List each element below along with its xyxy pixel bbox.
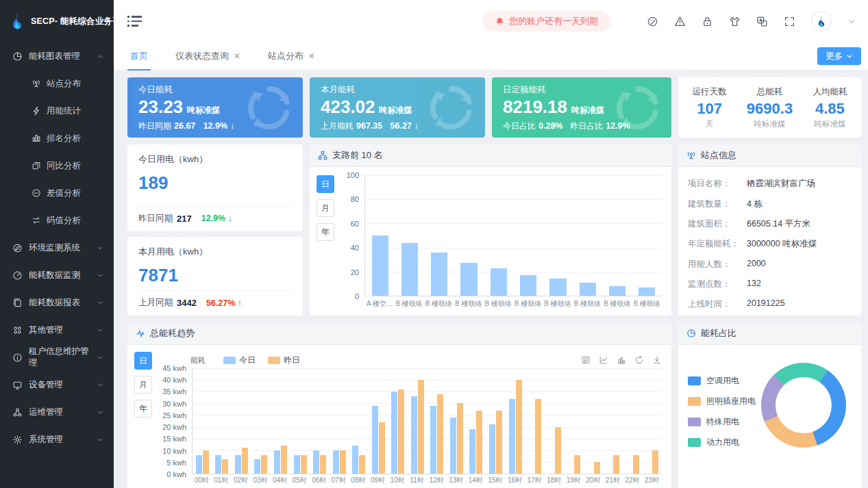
trend-bar-昨日-23[interactable] bbox=[652, 450, 658, 474]
sidebar-item-2[interactable]: 能耗数据监测 bbox=[0, 261, 114, 289]
trend-bar-今日-7[interactable] bbox=[333, 450, 339, 474]
branch-bar-chart[interactable] bbox=[364, 175, 662, 296]
language-icon[interactable] bbox=[756, 16, 768, 27]
trend-bar-昨日-11[interactable] bbox=[418, 380, 424, 474]
linechart-icon[interactable] bbox=[599, 355, 608, 365]
trend-bar-今日-6[interactable] bbox=[313, 450, 319, 474]
chevron-down-icon[interactable] bbox=[847, 17, 856, 25]
close-icon[interactable]: ✕ bbox=[308, 51, 315, 61]
kpi-card-daily-quota-energy[interactable]: 日定额能耗 8219.18吨标准煤 今日占比0.28% 昨日占比12.9% bbox=[492, 77, 671, 138]
trend-bar-今日-9[interactable] bbox=[372, 406, 378, 474]
branch-bar-3[interactable] bbox=[460, 263, 477, 296]
sidebar-subitem-0-3[interactable]: 同比分析 bbox=[0, 152, 114, 179]
trend-bar-今日-8[interactable] bbox=[352, 446, 358, 474]
trend-bar-今日-13[interactable] bbox=[450, 418, 456, 474]
refresh-icon[interactable] bbox=[634, 355, 644, 365]
sidebar-item-3[interactable]: 能耗数据报表 bbox=[0, 289, 114, 316]
trend-bar-今日-2[interactable] bbox=[235, 455, 241, 474]
tab-2[interactable]: 站点分布✕ bbox=[268, 42, 315, 70]
trend-bar-昨日-15[interactable] bbox=[496, 411, 502, 474]
trend-bar-昨日-14[interactable] bbox=[476, 411, 482, 474]
trend-bar-今日-16[interactable] bbox=[509, 399, 515, 474]
trend-bar-昨日-20[interactable] bbox=[594, 462, 600, 474]
sidebar-subitem-0-5[interactable]: 码值分析 bbox=[0, 207, 114, 234]
period-toggle-月[interactable]: 月 bbox=[317, 199, 334, 217]
trend-bar-昨日-7[interactable] bbox=[340, 450, 346, 474]
sidebar-subitem-0-4[interactable]: 差值分析 bbox=[0, 179, 114, 207]
pie-legend-动力用电[interactable]: 动力用电 bbox=[688, 437, 756, 448]
kpi-card-today-energy[interactable]: 今日能耗 23.23吨标准煤 昨日同期26.67 12.9%↓ bbox=[127, 77, 303, 138]
trend-bar-今日-4[interactable] bbox=[274, 450, 280, 474]
trend-bar-昨日-4[interactable] bbox=[281, 446, 287, 474]
sidebar-subitem-0-0[interactable]: 站点分布 bbox=[0, 70, 114, 97]
trend-bar-昨日-9[interactable] bbox=[379, 422, 385, 474]
branch-bar-8[interactable] bbox=[609, 286, 625, 296]
branch-bar-7[interactable] bbox=[580, 283, 596, 296]
trend-bar-昨日-17[interactable] bbox=[535, 399, 541, 474]
pie-legend-照明插座用电[interactable]: 照明插座用电 bbox=[688, 396, 756, 407]
warning-icon[interactable] bbox=[674, 16, 686, 27]
lock-icon[interactable] bbox=[702, 16, 713, 27]
sidebar-item-1[interactable]: 环境监测系统 bbox=[0, 234, 114, 261]
trend-bar-昨日-5[interactable] bbox=[301, 455, 307, 474]
pie-legend-特殊用电[interactable]: 特殊用电 bbox=[688, 416, 756, 428]
close-icon[interactable]: ✕ bbox=[234, 51, 240, 61]
sidebar-item-6[interactable]: 设备管理 bbox=[0, 371, 114, 398]
branch-bar-0[interactable] bbox=[372, 235, 388, 296]
period-toggle-日[interactable]: 日 bbox=[317, 175, 334, 193]
account-expiry-alert[interactable]: 您的账户还有一天到期 bbox=[483, 11, 610, 31]
branch-bar-5[interactable] bbox=[520, 275, 536, 296]
dataview-icon[interactable] bbox=[581, 355, 591, 365]
trend-bar-今日-12[interactable] bbox=[430, 406, 436, 474]
trend-bar-昨日-21[interactable] bbox=[613, 455, 619, 474]
period-toggle-日[interactable]: 日 bbox=[134, 352, 152, 370]
trend-bar-昨日-1[interactable] bbox=[222, 459, 228, 474]
trend-bar-昨日-2[interactable] bbox=[242, 448, 248, 474]
trend-bar-昨日-10[interactable] bbox=[398, 389, 404, 474]
tab-1[interactable]: 仪表状态查询✕ bbox=[175, 42, 240, 70]
branch-bar-2[interactable] bbox=[431, 253, 447, 296]
sidebar-subitem-0-1[interactable]: 用能统计 bbox=[0, 97, 114, 125]
shirt-icon[interactable] bbox=[729, 16, 741, 27]
trend-bar-chart[interactable] bbox=[192, 368, 662, 474]
trend-bar-今日-0[interactable] bbox=[196, 455, 202, 474]
menu-collapse-icon[interactable] bbox=[127, 16, 142, 27]
sidebar-item-8[interactable]: 系统管理 bbox=[0, 426, 114, 453]
kpi-card-month-energy[interactable]: 本月能耗 423.02吨标准煤 上月能耗967.35 56.27↓ bbox=[310, 77, 485, 138]
period-toggle-月[interactable]: 月 bbox=[134, 376, 152, 394]
trend-bar-今日-5[interactable] bbox=[294, 455, 300, 474]
branch-bar-9[interactable] bbox=[638, 287, 655, 296]
trend-bar-昨日-6[interactable] bbox=[320, 455, 326, 474]
tab-0[interactable]: 首页 bbox=[130, 42, 148, 70]
sidebar-item-4[interactable]: 其他管理 bbox=[0, 316, 114, 344]
trend-bar-昨日-16[interactable] bbox=[516, 380, 522, 474]
legend-今日[interactable]: 今日 bbox=[223, 355, 256, 366]
branch-bar-6[interactable] bbox=[549, 279, 566, 296]
legend-昨日[interactable]: 昨日 bbox=[268, 355, 300, 366]
trend-bar-昨日-12[interactable] bbox=[437, 394, 443, 474]
pie-legend-空调用电[interactable]: 空调用电 bbox=[688, 375, 756, 387]
theme-icon[interactable] bbox=[647, 16, 658, 27]
fullscreen-icon[interactable] bbox=[784, 16, 795, 27]
trend-bar-昨日-13[interactable] bbox=[457, 403, 463, 474]
trend-bar-昨日-18[interactable] bbox=[555, 427, 561, 474]
trend-bar-昨日-0[interactable] bbox=[203, 450, 209, 474]
sidebar-item-5[interactable]: 租户信息维护管理 bbox=[0, 344, 114, 371]
trend-bar-今日-11[interactable] bbox=[411, 396, 417, 474]
barchart-icon[interactable] bbox=[617, 355, 626, 365]
branch-bar-1[interactable] bbox=[401, 243, 418, 296]
avatar[interactable] bbox=[811, 11, 832, 31]
trend-bar-昨日-22[interactable] bbox=[633, 455, 639, 474]
trend-bar-昨日-8[interactable] bbox=[359, 455, 365, 474]
sidebar-subitem-0-2[interactable]: 排名分析 bbox=[0, 125, 114, 152]
branch-bar-4[interactable] bbox=[491, 268, 507, 296]
more-button[interactable]: 更多 bbox=[817, 47, 861, 65]
trend-bar-昨日-19[interactable] bbox=[574, 455, 580, 474]
trend-bar-昨日-3[interactable] bbox=[261, 455, 267, 474]
sidebar-item-0[interactable]: 能耗图表管理 bbox=[0, 42, 114, 70]
download-icon[interactable] bbox=[652, 355, 662, 365]
period-toggle-年[interactable]: 年 bbox=[317, 223, 334, 241]
trend-bar-今日-15[interactable] bbox=[489, 424, 495, 474]
trend-bar-今日-14[interactable] bbox=[469, 429, 475, 474]
sidebar-item-7[interactable]: 运维管理 bbox=[0, 398, 114, 426]
